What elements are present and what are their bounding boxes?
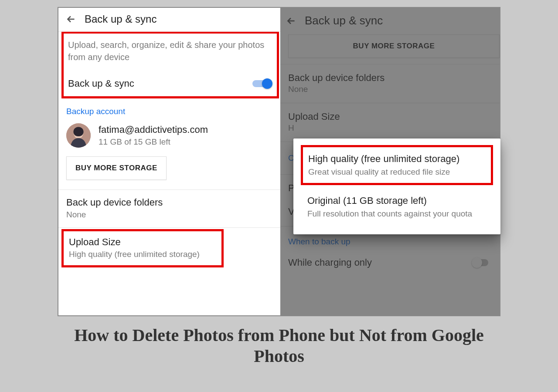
page-title: Back up & sync bbox=[85, 13, 157, 25]
left-screenshot: Back up & sync Upload, search, organize,… bbox=[58, 8, 280, 315]
option-subtitle: Great visual quality at reduced file siz… bbox=[308, 167, 486, 177]
left-header: Back up & sync bbox=[58, 8, 280, 31]
account-row[interactable]: fatima@addictivetips.com 11 GB of 15 GB … bbox=[58, 118, 280, 148]
back-arrow-icon[interactable] bbox=[65, 14, 77, 25]
device-folders-row[interactable]: Back up device folders None bbox=[58, 190, 280, 227]
account-email: fatima@addictivetips.com bbox=[99, 124, 208, 135]
option-title: High quality (free unlimited storage) bbox=[308, 153, 486, 165]
avatar bbox=[66, 123, 91, 148]
upload-size-value: High quality (free unlimited storage) bbox=[69, 250, 216, 259]
option-original[interactable]: Original (11 GB storage left) Full resol… bbox=[303, 191, 491, 223]
upload-size-dialog: High quality (free unlimited storage) Gr… bbox=[293, 139, 500, 234]
highlight-upload-size: Upload Size High quality (free unlimited… bbox=[64, 231, 221, 265]
option-title: Original (11 GB storage left) bbox=[307, 195, 488, 206]
device-folders-label: Back up device folders bbox=[66, 197, 272, 208]
upload-size-label: Upload Size bbox=[69, 237, 216, 248]
buy-storage-button[interactable]: BUY MORE STORAGE bbox=[66, 156, 167, 180]
highlight-high-quality: High quality (free unlimited storage) Gr… bbox=[303, 147, 491, 183]
account-storage: 11 GB of 15 GB left bbox=[99, 137, 208, 147]
backup-account-header: Backup account bbox=[66, 107, 272, 116]
backup-sync-toggle[interactable] bbox=[252, 78, 272, 89]
highlight-backup-sync: Upload, search, organize, edit & share y… bbox=[64, 34, 277, 96]
backup-description: Upload, search, organize, edit & share y… bbox=[68, 39, 272, 63]
backup-sync-label: Back up & sync bbox=[68, 78, 134, 89]
right-screenshot: Back up & sync BUY MORE STORAGE Back up … bbox=[280, 8, 500, 315]
option-subtitle: Full resolution that counts against your… bbox=[307, 209, 488, 219]
device-folders-value: None bbox=[66, 210, 272, 220]
tutorial-frame: Back up & sync Upload, search, organize,… bbox=[58, 7, 500, 316]
tutorial-caption: How to Delete Photos from Phone but Not … bbox=[54, 325, 504, 367]
option-high-quality[interactable]: High quality (free unlimited storage) Gr… bbox=[306, 149, 488, 181]
